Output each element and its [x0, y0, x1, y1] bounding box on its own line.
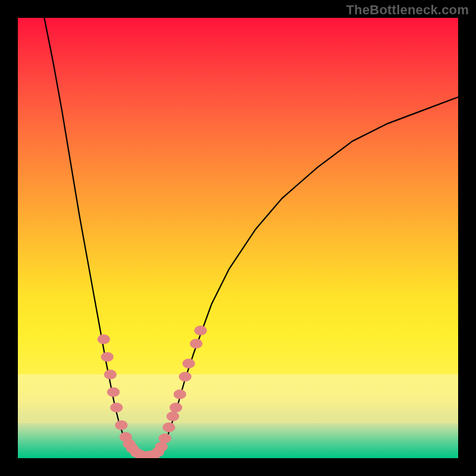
data-marker [110, 403, 123, 412]
data-marker [158, 434, 171, 443]
data-marker [104, 369, 117, 379]
plot-area [18, 18, 458, 458]
data-marker [182, 359, 195, 368]
marker-group [98, 325, 207, 458]
data-marker [194, 325, 206, 335]
data-marker [179, 372, 192, 381]
data-marker [115, 420, 127, 430]
chart-frame: TheBottleneck.com [0, 0, 476, 476]
curve-layer [18, 18, 458, 458]
data-marker [101, 352, 114, 362]
bottleneck-curve [44, 18, 458, 458]
data-marker [162, 422, 175, 432]
data-marker [107, 387, 120, 397]
data-marker [190, 339, 202, 348]
data-marker [170, 403, 182, 412]
curve-group [44, 18, 458, 458]
data-marker [98, 334, 110, 344]
data-marker [174, 390, 186, 399]
data-marker [167, 412, 179, 421]
data-marker [155, 442, 168, 452]
watermark-text: TheBottleneck.com [346, 2, 469, 18]
